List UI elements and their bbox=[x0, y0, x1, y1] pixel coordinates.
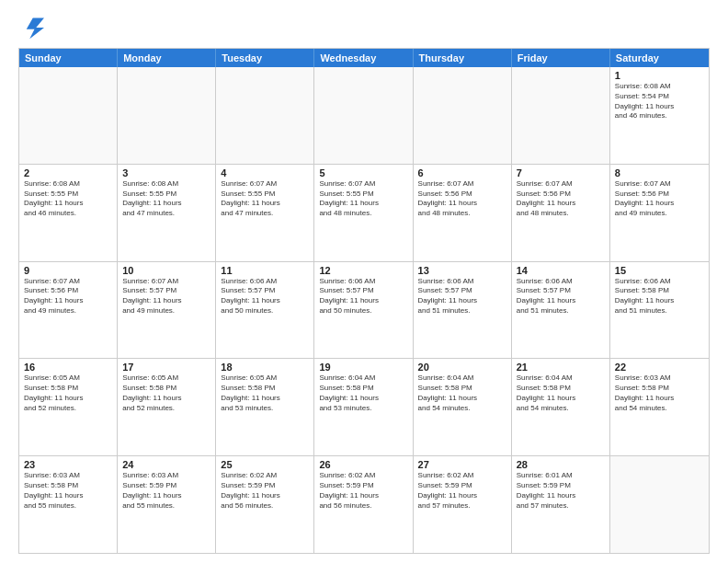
day-info: Sunrise: 6:07 AM Sunset: 5:57 PM Dayligh… bbox=[122, 277, 210, 316]
day-info: Sunrise: 6:04 AM Sunset: 5:58 PM Dayligh… bbox=[418, 373, 506, 413]
day-number: 7 bbox=[517, 167, 605, 178]
day-info: Sunrise: 6:08 AM Sunset: 5:55 PM Dayligh… bbox=[122, 179, 210, 219]
day-number: 2 bbox=[24, 167, 112, 178]
day-number: 14 bbox=[517, 265, 605, 276]
calendar-cell: 22Sunrise: 6:03 AM Sunset: 5:58 PM Dayli… bbox=[610, 359, 709, 455]
calendar-cell: 6Sunrise: 6:07 AM Sunset: 5:56 PM Daylig… bbox=[414, 165, 512, 261]
header bbox=[18, 15, 710, 40]
header-cell-friday: Friday bbox=[512, 49, 610, 67]
calendar-cell bbox=[314, 67, 413, 164]
day-info: Sunrise: 6:07 AM Sunset: 5:56 PM Dayligh… bbox=[517, 179, 605, 219]
day-info: Sunrise: 6:05 AM Sunset: 5:58 PM Dayligh… bbox=[24, 373, 112, 413]
day-number: 5 bbox=[319, 167, 407, 178]
day-info: Sunrise: 6:06 AM Sunset: 5:57 PM Dayligh… bbox=[221, 277, 309, 316]
day-number: 9 bbox=[24, 265, 112, 276]
svg-marker-0 bbox=[27, 18, 44, 40]
calendar-cell: 14Sunrise: 6:06 AM Sunset: 5:57 PM Dayli… bbox=[512, 262, 610, 359]
calendar-cell: 23Sunrise: 6:03 AM Sunset: 5:58 PM Dayli… bbox=[19, 456, 118, 553]
calendar-cell: 28Sunrise: 6:01 AM Sunset: 5:59 PM Dayli… bbox=[512, 456, 610, 553]
calendar-cell bbox=[19, 67, 118, 164]
day-number: 26 bbox=[319, 459, 407, 470]
logo bbox=[18, 15, 48, 40]
calendar-cell: 11Sunrise: 6:06 AM Sunset: 5:57 PM Dayli… bbox=[216, 262, 314, 359]
calendar-row-4: 16Sunrise: 6:05 AM Sunset: 5:58 PM Dayli… bbox=[19, 358, 709, 455]
calendar-cell: 5Sunrise: 6:07 AM Sunset: 5:55 PM Daylig… bbox=[314, 165, 413, 261]
day-info: Sunrise: 6:06 AM Sunset: 5:57 PM Dayligh… bbox=[319, 277, 407, 316]
day-info: Sunrise: 6:08 AM Sunset: 5:54 PM Dayligh… bbox=[615, 82, 704, 121]
day-number: 22 bbox=[615, 362, 704, 373]
calendar-row-3: 9Sunrise: 6:07 AM Sunset: 5:56 PM Daylig… bbox=[19, 261, 709, 359]
calendar-cell: 24Sunrise: 6:03 AM Sunset: 5:59 PM Dayli… bbox=[118, 456, 216, 553]
day-number: 8 bbox=[615, 167, 704, 178]
logo-icon bbox=[18, 15, 44, 40]
calendar-cell: 25Sunrise: 6:02 AM Sunset: 5:59 PM Dayli… bbox=[216, 456, 314, 553]
calendar-header: SundayMondayTuesdayWednesdayThursdayFrid… bbox=[19, 49, 709, 67]
day-info: Sunrise: 6:04 AM Sunset: 5:58 PM Dayligh… bbox=[319, 373, 407, 413]
calendar-cell: 16Sunrise: 6:05 AM Sunset: 5:58 PM Dayli… bbox=[19, 359, 118, 455]
calendar-cell: 1Sunrise: 6:08 AM Sunset: 5:54 PM Daylig… bbox=[610, 67, 709, 164]
day-info: Sunrise: 6:06 AM Sunset: 5:57 PM Dayligh… bbox=[517, 277, 605, 316]
day-number: 17 bbox=[122, 362, 210, 373]
day-info: Sunrise: 6:02 AM Sunset: 5:59 PM Dayligh… bbox=[418, 471, 506, 511]
day-number: 1 bbox=[615, 70, 704, 81]
day-info: Sunrise: 6:07 AM Sunset: 5:56 PM Dayligh… bbox=[24, 277, 112, 316]
calendar-cell bbox=[118, 67, 216, 164]
day-number: 18 bbox=[221, 362, 309, 373]
header-cell-thursday: Thursday bbox=[414, 49, 512, 67]
day-number: 19 bbox=[319, 362, 407, 373]
day-number: 15 bbox=[615, 265, 704, 276]
day-number: 11 bbox=[221, 265, 309, 276]
day-number: 13 bbox=[418, 265, 506, 276]
day-number: 16 bbox=[24, 362, 112, 373]
calendar-cell: 15Sunrise: 6:06 AM Sunset: 5:58 PM Dayli… bbox=[610, 262, 709, 359]
calendar-cell: 26Sunrise: 6:02 AM Sunset: 5:59 PM Dayli… bbox=[314, 456, 413, 553]
day-number: 12 bbox=[319, 265, 407, 276]
header-cell-sunday: Sunday bbox=[19, 49, 118, 67]
day-info: Sunrise: 6:06 AM Sunset: 5:57 PM Dayligh… bbox=[418, 277, 506, 316]
day-info: Sunrise: 6:07 AM Sunset: 5:55 PM Dayligh… bbox=[221, 179, 309, 219]
day-number: 25 bbox=[221, 459, 309, 470]
header-cell-saturday: Saturday bbox=[610, 49, 709, 67]
day-info: Sunrise: 6:05 AM Sunset: 5:58 PM Dayligh… bbox=[122, 373, 210, 413]
calendar-cell: 8Sunrise: 6:07 AM Sunset: 5:56 PM Daylig… bbox=[610, 165, 709, 261]
calendar-cell bbox=[414, 67, 512, 164]
page: SundayMondayTuesdayWednesdayThursdayFrid… bbox=[0, 0, 728, 563]
day-info: Sunrise: 6:02 AM Sunset: 5:59 PM Dayligh… bbox=[319, 471, 407, 511]
calendar-body: 1Sunrise: 6:08 AM Sunset: 5:54 PM Daylig… bbox=[19, 67, 709, 553]
day-number: 27 bbox=[418, 459, 506, 470]
day-info: Sunrise: 6:08 AM Sunset: 5:55 PM Dayligh… bbox=[24, 179, 112, 219]
day-info: Sunrise: 6:03 AM Sunset: 5:59 PM Dayligh… bbox=[122, 471, 210, 511]
calendar-cell bbox=[512, 67, 610, 164]
calendar-cell bbox=[610, 456, 709, 553]
calendar-row-5: 23Sunrise: 6:03 AM Sunset: 5:58 PM Dayli… bbox=[19, 455, 709, 553]
day-info: Sunrise: 6:06 AM Sunset: 5:58 PM Dayligh… bbox=[615, 277, 704, 316]
header-cell-tuesday: Tuesday bbox=[216, 49, 314, 67]
day-number: 3 bbox=[122, 167, 210, 178]
day-number: 4 bbox=[221, 167, 309, 178]
calendar-cell: 2Sunrise: 6:08 AM Sunset: 5:55 PM Daylig… bbox=[19, 165, 118, 261]
day-number: 28 bbox=[517, 459, 605, 470]
day-number: 6 bbox=[418, 167, 506, 178]
calendar-cell: 18Sunrise: 6:05 AM Sunset: 5:58 PM Dayli… bbox=[216, 359, 314, 455]
day-number: 10 bbox=[122, 265, 210, 276]
calendar-row-2: 2Sunrise: 6:08 AM Sunset: 5:55 PM Daylig… bbox=[19, 164, 709, 261]
day-info: Sunrise: 6:04 AM Sunset: 5:58 PM Dayligh… bbox=[517, 373, 605, 413]
calendar-cell: 10Sunrise: 6:07 AM Sunset: 5:57 PM Dayli… bbox=[118, 262, 216, 359]
day-info: Sunrise: 6:03 AM Sunset: 5:58 PM Dayligh… bbox=[615, 373, 704, 413]
calendar-cell bbox=[216, 67, 314, 164]
day-number: 23 bbox=[24, 459, 112, 470]
calendar-cell: 21Sunrise: 6:04 AM Sunset: 5:58 PM Dayli… bbox=[512, 359, 610, 455]
calendar-cell: 13Sunrise: 6:06 AM Sunset: 5:57 PM Dayli… bbox=[414, 262, 512, 359]
day-number: 24 bbox=[122, 459, 210, 470]
header-cell-monday: Monday bbox=[118, 49, 216, 67]
day-number: 21 bbox=[517, 362, 605, 373]
day-info: Sunrise: 6:07 AM Sunset: 5:55 PM Dayligh… bbox=[319, 179, 407, 219]
day-number: 20 bbox=[418, 362, 506, 373]
calendar-cell: 12Sunrise: 6:06 AM Sunset: 5:57 PM Dayli… bbox=[314, 262, 413, 359]
calendar-row-1: 1Sunrise: 6:08 AM Sunset: 5:54 PM Daylig… bbox=[19, 67, 709, 164]
day-info: Sunrise: 6:05 AM Sunset: 5:58 PM Dayligh… bbox=[221, 373, 309, 413]
calendar-cell: 17Sunrise: 6:05 AM Sunset: 5:58 PM Dayli… bbox=[118, 359, 216, 455]
day-info: Sunrise: 6:02 AM Sunset: 5:59 PM Dayligh… bbox=[221, 471, 309, 511]
calendar: SundayMondayTuesdayWednesdayThursdayFrid… bbox=[18, 48, 710, 554]
calendar-cell: 27Sunrise: 6:02 AM Sunset: 5:59 PM Dayli… bbox=[414, 456, 512, 553]
